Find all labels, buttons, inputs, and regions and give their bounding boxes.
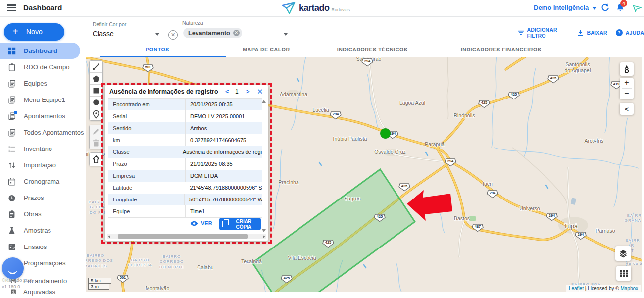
chip-close-icon[interactable]: ✕	[233, 30, 240, 36]
scroll-down-icon[interactable]	[262, 229, 266, 232]
delete-layers-button[interactable]	[90, 137, 102, 149]
docs-icon	[7, 79, 16, 88]
popup-close-icon[interactable]: ✕	[257, 87, 263, 96]
menu-icon[interactable]	[7, 4, 16, 12]
upload-toolbar	[89, 152, 103, 166]
chat-widget-button[interactable]	[2, 257, 24, 279]
sidebar-item-menu-equipe1[interactable]: Menu Equipe1	[0, 92, 84, 108]
popup-next-button[interactable]: >	[246, 88, 250, 95]
doccheck-icon	[7, 243, 16, 251]
sidebar-item-prazos[interactable]: Prazos	[0, 190, 84, 206]
color-by-select[interactable]: Classe	[93, 30, 114, 38]
draw-polyline-button[interactable]	[90, 61, 102, 73]
add-filter-button[interactable]: ADICIONAR FILTRO	[518, 27, 569, 39]
plus-icon: +	[12, 26, 18, 37]
scroll-left-icon[interactable]	[108, 235, 110, 238]
map-attribution: Leaflet | Licensed by © Mapbox	[566, 285, 641, 292]
map-point-marker[interactable]	[380, 128, 391, 139]
collapse-panel-button[interactable]: <	[620, 103, 634, 115]
nature-chip[interactable]: Levantamento ✕	[183, 28, 242, 38]
tab-indicadores-tecnicos[interactable]: INDICADORES TÉCNICOS	[337, 47, 408, 52]
view-button[interactable]: VER	[190, 220, 212, 226]
draw-circle-button[interactable]	[90, 97, 102, 108]
send-plane-icon[interactable]	[633, 4, 642, 14]
draw-rectangle-button[interactable]	[90, 85, 102, 97]
sidebar-item-rdo-de-campo[interactable]: RDO de Campo	[0, 59, 84, 75]
download-icon	[577, 29, 584, 36]
upload-arrow-button[interactable]	[90, 153, 102, 166]
zoom-in-button[interactable]: +	[620, 78, 634, 88]
sidebar-item-equipes[interactable]: Equipes	[0, 75, 84, 92]
account-menu[interactable]: Demo Inteligência	[534, 4, 597, 11]
draw-polygon-button[interactable]	[90, 73, 102, 85]
sidebar-item-apontamentos[interactable]: Apontamentos	[0, 108, 84, 124]
sidebar-item-cronograma[interactable]: Cronograma	[0, 173, 84, 190]
smile-icon	[8, 267, 17, 274]
scroll-up-icon[interactable]	[262, 100, 266, 103]
map-scale: 5 km 3 mi	[88, 278, 111, 290]
sidebar-item-label: Inventário	[24, 145, 52, 152]
refresh-icon[interactable]	[600, 3, 610, 15]
nature-caret-icon[interactable]	[284, 33, 288, 36]
clipboard2-icon-svg	[7, 210, 16, 219]
edit-layers-button[interactable]	[90, 125, 102, 137]
popup-row-km: km0.32789241746604675	[108, 134, 262, 146]
popup-horizontal-scrollbar[interactable]	[107, 234, 266, 239]
help-button[interactable]: ? AJUDA	[616, 29, 644, 36]
sidebar-item-dashboard[interactable]: Dashboard	[0, 43, 80, 59]
town-label: Parnaso	[595, 228, 615, 234]
popup-attribute-table: Encontrado em20/01/2025 08:35SerialDEMO-…	[108, 98, 262, 218]
new-button[interactable]: + Novo	[4, 23, 64, 41]
road-shield: 294	[486, 189, 499, 199]
chevron-down-icon	[592, 7, 597, 10]
scroll-right-icon[interactable]	[263, 235, 265, 238]
tab-mapa-de-calor[interactable]: MAPA DE CALOR	[243, 47, 290, 52]
sidebar-item-ensaios[interactable]: Ensaios	[0, 239, 84, 255]
download-button[interactable]: BAIXAR	[577, 29, 607, 36]
calendar-icon	[7, 177, 16, 186]
sidebar-item-todos-apontamentos[interactable]: Todos Apontamentos	[0, 124, 84, 141]
attribute-label: Empresa	[108, 170, 186, 182]
attribution-text: | Licensed by ©	[585, 286, 619, 291]
tab-pontos[interactable]: PONTOS	[146, 47, 169, 52]
color-by-caret-icon[interactable]	[155, 33, 159, 36]
sidebar-item-label: Arquivadas	[23, 288, 55, 296]
add-filter-label: ADICIONAR FILTRO	[527, 27, 569, 39]
docs-icon-svg	[7, 128, 16, 137]
layers-control[interactable]	[615, 246, 631, 261]
grid-view-control[interactable]	[616, 266, 631, 281]
flask-icon-svg	[7, 226, 16, 235]
docs-icon-svg	[7, 96, 16, 104]
town-label: Sagres	[344, 196, 360, 201]
district-label: BAIRRO CÓRREGO DOS MACACOS	[86, 253, 113, 269]
popup-prev-button[interactable]: <	[225, 88, 229, 95]
eye-icon	[190, 221, 198, 226]
town-label: Adamantina	[280, 91, 307, 97]
town-label: Santópolis do Aguapeí	[564, 61, 591, 73]
notification-badge: 4	[620, 0, 627, 7]
sidebar-item-obras[interactable]: Obras	[0, 206, 84, 222]
zoom-out-button[interactable]: −	[620, 89, 634, 99]
flask-icon	[7, 226, 16, 235]
compass-control[interactable]	[620, 62, 634, 76]
popup-row-encontrado-em: Encontrado em20/01/2025 08:35	[108, 99, 262, 110]
clear-filter-icon[interactable]: ✕	[168, 30, 178, 40]
sidebar-item-amostras[interactable]: Amostras	[0, 222, 84, 239]
draw-marker-button[interactable]	[90, 108, 102, 120]
docs-icon	[7, 96, 16, 104]
updown-icon-svg	[7, 161, 16, 170]
color-by-label: Definir Cor por	[93, 21, 126, 27]
scrollbar-thumb[interactable]	[118, 234, 248, 239]
tab-indicadores-financeiros[interactable]: INDICADORES FINANCEIROS	[461, 47, 542, 52]
sidebar-item-importa-o[interactable]: Importação	[0, 157, 84, 173]
sidebar-item-invent-rio[interactable]: Inventário	[0, 141, 84, 157]
sidebar-item-label: Amostras	[24, 227, 51, 234]
list-icon-svg	[7, 145, 16, 153]
attribute-value: 21°45'48.79188000000596" S	[185, 185, 262, 191]
attribute-value: DEMO-LV-2025.00001	[186, 113, 245, 119]
mapbox-link[interactable]: Mapbox	[620, 286, 638, 291]
create-copy-button[interactable]: CRIAR CÓPIA	[219, 218, 261, 230]
map-canvas[interactable]: SalmourãoSantópolis do AguapeíAdamantina…	[86, 57, 642, 292]
attribute-value: 50°53'15.76788000000544" W	[185, 197, 262, 202]
leaflet-link[interactable]: Leaflet	[569, 286, 584, 291]
